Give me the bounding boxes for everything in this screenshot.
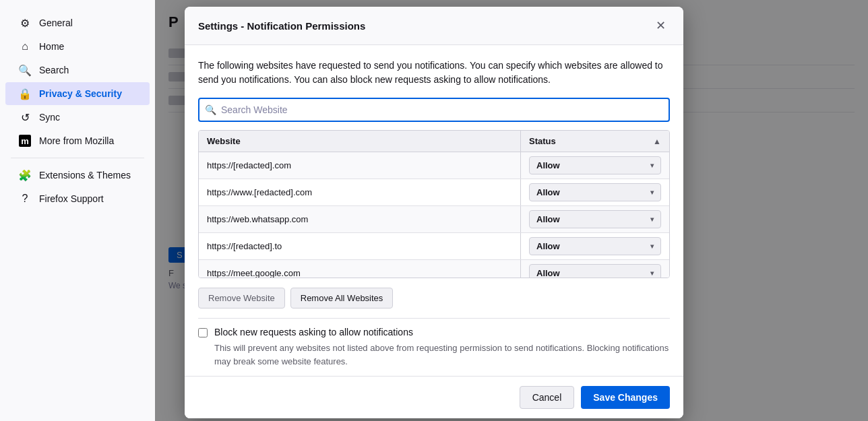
table-header: Website Status ▲ [199,131,669,152]
chevron-down-icon: ▾ [650,216,654,223]
sort-icon: ▲ [653,137,661,146]
cell-status-1: Allow ▾ [521,152,669,179]
column-website: Website [199,131,521,152]
cancel-button[interactable]: Cancel [520,386,575,409]
cell-status-2: Allow ▾ [521,179,669,205]
search-icon: 🔍 [205,104,216,115]
remove-buttons-row: Remove Website Remove All Websites [198,278,670,315]
dialog-body: The following websites have requested to… [185,45,683,376]
remove-all-websites-button[interactable]: Remove All Websites [290,288,394,309]
website-url-2: https://www.[redacted].com [207,187,312,197]
notification-permissions-dialog: Settings - Notification Permissions ✕ Th… [185,7,683,418]
remove-website-button[interactable]: Remove Website [198,288,285,309]
table-row: https://[redacted].com Allow ▾ [199,152,669,179]
checkbox-section: Block new requests asking to allow notif… [198,318,670,376]
checkbox-row: Block new requests asking to allow notif… [198,327,670,337]
dialog-header: Settings - Notification Permissions ✕ [185,7,683,45]
search-container: 🔍 [198,98,670,122]
table-row: https://[redacted].to Allow ▾ [199,233,669,260]
cell-website-5: https://meet.google.com [199,260,521,278]
cell-status-5: Allow ▾ [521,260,669,278]
table-row: https://meet.google.com Allow ▾ [199,260,669,278]
dialog-title: Settings - Notification Permissions [198,20,365,32]
website-table: Website Status ▲ https://[redacted].com … [198,130,670,278]
chevron-down-icon: ▾ [650,162,654,169]
status-label-1: Allow [536,160,560,170]
chevron-down-icon: ▾ [650,189,654,196]
checkbox-label[interactable]: Block new requests asking to allow notif… [214,327,413,337]
website-url-5: https://meet.google.com [207,268,301,278]
cell-website-4: https://[redacted].to [199,233,521,259]
table-row: https://web.whatsapp.com Allow ▾ [199,206,669,233]
save-changes-button[interactable]: Save Changes [581,386,670,409]
status-dropdown-1[interactable]: Allow ▾ [529,156,661,174]
status-label-4: Allow [536,241,560,251]
status-label-3: Allow [536,214,560,224]
status-label-2: Allow [536,187,560,197]
website-url-1: https://[redacted].com [207,160,291,170]
column-status: Status ▲ [521,131,669,152]
cell-status-4: Allow ▾ [521,233,669,259]
cell-status-3: Allow ▾ [521,206,669,232]
cell-website-1: https://[redacted].com [199,152,521,179]
status-dropdown-3[interactable]: Allow ▾ [529,210,661,228]
chevron-down-icon: ▾ [650,269,654,277]
checkbox-description: This will prevent any websites not liste… [198,342,670,368]
cell-website-2: https://www.[redacted].com [199,179,521,205]
status-dropdown-2[interactable]: Allow ▾ [529,183,661,201]
dialog-description: The following websites have requested to… [198,59,670,87]
status-label-5: Allow [536,268,560,278]
status-header-label: Status [529,136,556,146]
cell-website-3: https://web.whatsapp.com [199,206,521,232]
website-url-4: https://[redacted].to [207,241,282,251]
table-row: https://www.[redacted].com Allow ▾ [199,179,669,206]
status-dropdown-5[interactable]: Allow ▾ [529,264,661,278]
dialog-footer: Cancel Save Changes [185,376,683,418]
dialog-overlay: Settings - Notification Permissions ✕ Th… [0,0,868,421]
block-requests-checkbox[interactable] [198,328,208,337]
search-input[interactable] [198,98,670,122]
status-dropdown-4[interactable]: Allow ▾ [529,237,661,255]
chevron-down-icon: ▾ [650,242,654,250]
close-button[interactable]: ✕ [651,16,670,35]
website-url-3: https://web.whatsapp.com [207,214,308,224]
